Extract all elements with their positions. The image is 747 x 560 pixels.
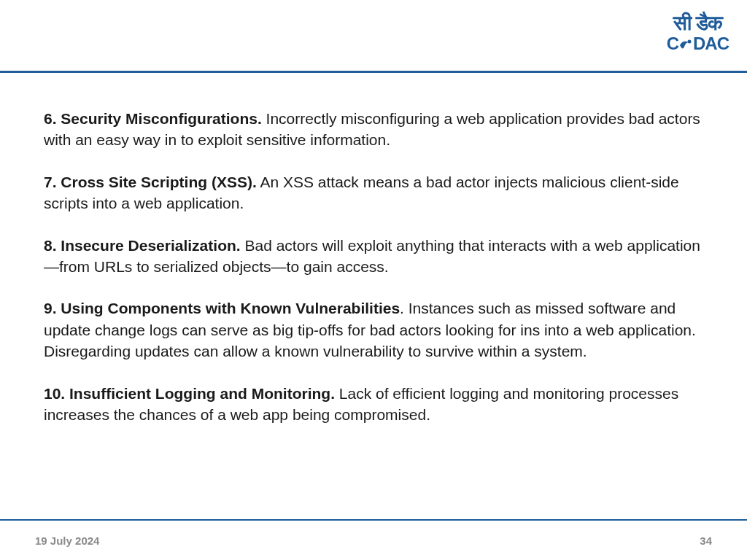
- list-item: 7. Cross Site Scripting (XSS). An XSS at…: [44, 171, 703, 214]
- list-item: 6. Security Misconfigurations. Incorrect…: [44, 108, 703, 151]
- logo-hindi-text: सी डैक: [673, 13, 722, 34]
- slide-content: 6. Security Misconfigurations. Incorrect…: [0, 73, 747, 460]
- logo-letters-dac: DAC: [693, 34, 729, 54]
- item-title: 9. Using Components with Known Vulnerabi…: [44, 300, 400, 316]
- logo-english-text: CDAC: [667, 34, 729, 54]
- footer-date: 19 July 2024: [35, 534, 99, 547]
- item-title: 8. Insecure Deserialization.: [44, 237, 241, 254]
- cdac-logo: सी डैक CDAC: [667, 13, 729, 54]
- slide-header: सी डैक CDAC: [0, 0, 747, 73]
- list-item: 8. Insecure Deserialization. Bad actors …: [44, 235, 703, 278]
- logo-swoosh-icon: [678, 36, 693, 51]
- item-title: 6. Security Misconfigurations.: [44, 110, 262, 127]
- list-item: 10. Insufficient Logging and Monitoring.…: [44, 383, 703, 426]
- list-item: 9. Using Components with Known Vulnerabi…: [44, 298, 703, 362]
- item-title: 7. Cross Site Scripting (XSS).: [44, 174, 257, 190]
- slide-footer: 19 July 2024 34: [0, 519, 747, 560]
- logo-letter-c: C: [667, 34, 678, 54]
- item-title: 10. Insufficient Logging and Monitoring.: [44, 385, 335, 402]
- svg-point-0: [688, 40, 692, 44]
- footer-page-number: 34: [700, 534, 712, 547]
